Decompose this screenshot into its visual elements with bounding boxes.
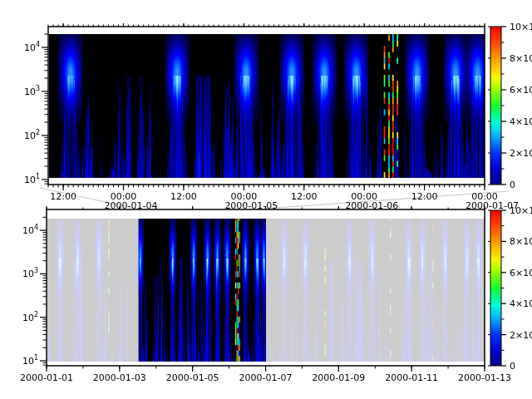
overview-colorbar: 02×1074×1076×1078×10710×107 — [488, 204, 532, 372]
spectrogram-figure: 12:0000:002000-01-0412:0000:002000-01-05… — [0, 0, 532, 399]
colorbar-tick-label: 8×107 — [510, 234, 532, 247]
connector-line-left — [40, 188, 136, 209]
x-tick-label: 2000-01-03 — [93, 372, 146, 383]
y-tick-label: 103 — [22, 267, 38, 279]
colorbar-tick-label: 8×107 — [510, 52, 532, 64]
x-tick-label: 12:00 — [170, 191, 197, 202]
x-tick-label: 2000-01-07 — [239, 372, 293, 383]
colorbar-tick-label: 10×107 — [510, 20, 532, 32]
colorbar-tick-label: 0 — [510, 361, 515, 372]
x-tick-date-label: 2000-01-06 — [345, 200, 398, 211]
x-tick-label: 00:00 — [230, 191, 257, 202]
x-tick-label: 2000-01-05 — [166, 372, 219, 383]
x-tick-label: 00:00 — [111, 191, 137, 202]
overview-spectrogram-plot[interactable] — [47, 219, 485, 362]
y-tick-label: 102 — [24, 129, 40, 141]
detail-colorbar: 02×1074×1076×1078×10710×107 — [488, 20, 532, 190]
detail-spectrogram-plot[interactable] — [49, 34, 485, 178]
y-tick-label: 104 — [22, 224, 38, 236]
x-tick-label: 00:00 — [471, 191, 498, 202]
y-tick-label: 103 — [24, 85, 40, 97]
y-tick-label: 104 — [24, 41, 40, 53]
y-tick-label: 102 — [22, 311, 38, 323]
colorbar-tick-label: 6×107 — [510, 83, 532, 96]
x-tick-label: 2000-01-13 — [458, 372, 511, 383]
overview-highlight-region[interactable] — [138, 209, 266, 366]
connector-line-right — [264, 191, 509, 209]
x-tick-label: 2000-01-09 — [312, 372, 365, 383]
colorbar-tick-label: 4×107 — [510, 115, 532, 127]
x-tick-date-label: 2000-01-07 — [466, 200, 519, 211]
colorbar-tick-label: 0 — [510, 180, 515, 190]
colorbar-tick-label: 6×107 — [510, 266, 532, 278]
y-tick-label: 101 — [22, 354, 38, 367]
x-tick-label: 2000-01-01 — [20, 372, 73, 383]
x-tick-label: 12:00 — [411, 191, 438, 202]
colorbar-tick-label: 4×107 — [510, 297, 532, 309]
colorbar-gradient — [490, 210, 501, 366]
x-tick-label: 12:00 — [291, 191, 318, 202]
colorbar-tick-label: 2×107 — [510, 328, 532, 341]
zoom-connector-lines — [40, 188, 509, 209]
colorbar-gradient — [490, 27, 501, 185]
x-tick-label: 12:00 — [50, 191, 76, 202]
x-tick-label: 2000-01-11 — [385, 372, 438, 383]
x-tick-label: 00:00 — [351, 191, 377, 202]
y-tick-label: 101 — [24, 173, 40, 185]
colorbar-tick-label: 2×107 — [510, 146, 532, 159]
colorbar-tick-label: 10×107 — [510, 204, 532, 216]
